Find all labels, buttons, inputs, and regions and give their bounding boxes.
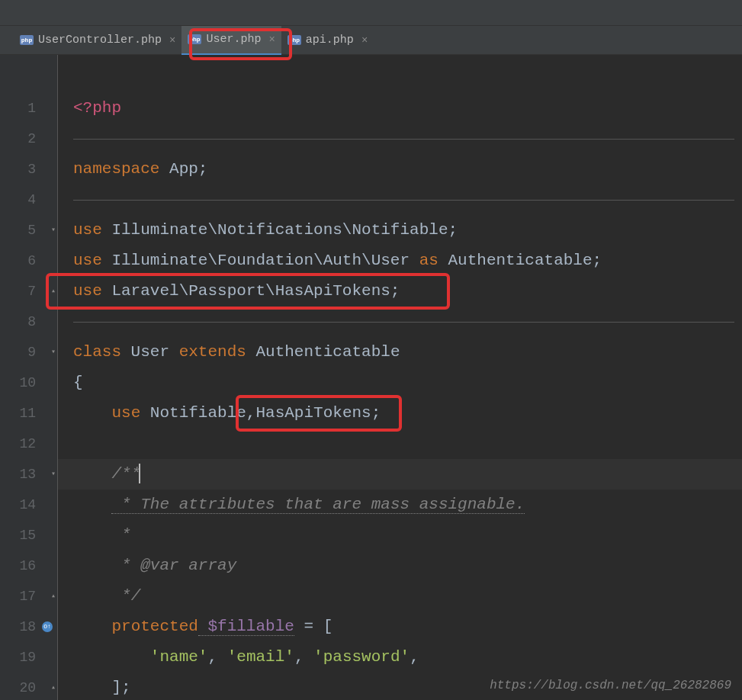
php-file-icon: php — [287, 35, 301, 45]
separator-line — [73, 322, 734, 323]
line-number: 19 — [0, 642, 57, 673]
line-number: 15 — [0, 520, 57, 551]
php-file-icon: php — [188, 34, 201, 44]
line-number: 4 — [0, 185, 57, 215]
close-icon[interactable]: × — [268, 34, 275, 46]
gutter: 1 2 3 4 5▾ 6 7▴ 8 9▾ 10 11 12 13▾ 14 15 … — [0, 55, 58, 700]
fold-icon[interactable]: ▾ — [51, 337, 56, 368]
code-line[interactable]: class User extends Authenticatable — [58, 337, 742, 368]
fold-icon[interactable]: ▾ — [51, 459, 56, 490]
line-number: 14 — [0, 490, 57, 520]
line-number: 11 — [0, 398, 57, 429]
line-number: 3 — [0, 154, 57, 185]
top-bar — [0, 0, 742, 26]
separator-line — [73, 139, 734, 140]
tab-api[interactable]: php api.php × — [281, 26, 374, 55]
code-line[interactable]: 'name', 'email', 'password', — [58, 642, 742, 673]
tab-usercontroller[interactable]: php UserController.php × — [14, 26, 181, 55]
fold-icon[interactable]: ▴ — [51, 673, 56, 700]
line-number: 13▾ — [0, 459, 57, 490]
line-number: 1 — [0, 93, 57, 124]
fold-icon[interactable]: ▴ — [51, 276, 56, 307]
line-number: 20▴ — [0, 673, 57, 700]
code-line[interactable]: use Illuminate\Foundation\Auth\User as A… — [58, 246, 742, 276]
line-number: 8 — [0, 307, 57, 337]
override-icon[interactable]: O↑ — [42, 621, 53, 632]
fold-icon[interactable]: ▾ — [51, 215, 56, 246]
fold-icon[interactable]: ▴ — [51, 581, 56, 612]
code-line[interactable] — [58, 307, 742, 337]
line-number: 9▾ — [0, 337, 57, 368]
code-line[interactable]: protected $fillable = [ — [58, 612, 742, 642]
code-area[interactable]: <?php namespace App; use Illuminate\Noti… — [58, 55, 742, 700]
close-icon[interactable]: × — [361, 34, 368, 47]
code-line[interactable]: * — [58, 520, 742, 551]
line-number: 12 — [0, 429, 57, 459]
code-line[interactable]: { — [58, 368, 742, 398]
caret — [139, 464, 140, 483]
code-line[interactable]: * @var array — [58, 551, 742, 581]
separator-line — [73, 200, 734, 201]
code-line[interactable]: use Notifiable,HasApiTokens; — [58, 398, 742, 429]
php-file-icon: php — [20, 35, 34, 45]
tab-user[interactable]: php User.php × — [181, 26, 281, 55]
code-line[interactable]: */ — [58, 581, 742, 612]
code-line[interactable]: <?php — [58, 93, 742, 124]
line-number: 6 — [0, 246, 57, 276]
line-number: 17▴ — [0, 581, 57, 612]
tab-label: User.php — [206, 33, 261, 46]
tab-label: UserController.php — [38, 34, 162, 47]
code-line[interactable]: * The attributes that are mass assignabl… — [58, 490, 742, 520]
line-number: 10 — [0, 368, 57, 398]
code-line[interactable]: namespace App; — [58, 154, 742, 185]
code-line-active[interactable]: /** — [58, 459, 742, 490]
watermark: https://blog.csdn.net/qq_26282869 — [490, 679, 731, 692]
tab-label: api.php — [306, 34, 354, 47]
close-icon[interactable]: × — [169, 34, 175, 47]
code-line[interactable] — [58, 124, 742, 154]
code-line[interactable]: use Illuminate\Notifications\Notifiable; — [58, 215, 742, 246]
code-line[interactable] — [58, 429, 742, 459]
code-line[interactable]: use Laravel\Passport\HasApiTokens; — [58, 276, 742, 307]
editor: 1 2 3 4 5▾ 6 7▴ 8 9▾ 10 11 12 13▾ 14 15 … — [0, 55, 742, 700]
line-number: 18O↑ — [0, 612, 57, 642]
code-line[interactable] — [58, 185, 742, 215]
line-number: 2 — [0, 124, 57, 154]
line-number: 7▴ — [0, 276, 57, 307]
line-number: 16 — [0, 551, 57, 581]
tab-bar: php UserController.php × php User.php × … — [0, 26, 742, 55]
line-number: 5▾ — [0, 215, 57, 246]
